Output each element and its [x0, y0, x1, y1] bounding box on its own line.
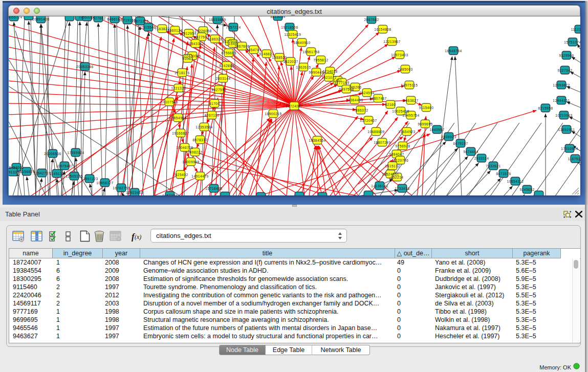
svg-text:18640910: 18640910	[293, 41, 310, 45]
svg-text:19166827: 19166827	[172, 132, 189, 135]
svg-text:19654985: 19654985	[169, 116, 186, 120]
svg-text:9756928: 9756928	[395, 144, 410, 148]
svg-text:2867608: 2867608	[234, 45, 249, 48]
svg-text:14914479: 14914479	[191, 174, 208, 178]
svg-text:1588520: 1588520	[272, 56, 287, 59]
svg-text:2087682: 2087682	[364, 18, 379, 21]
svg-text:1733436: 1733436	[395, 187, 409, 190]
svg-text:7625402: 7625402	[173, 173, 188, 177]
svg-text:12975115: 12975115	[401, 83, 418, 87]
svg-text:16154808: 16154808	[374, 28, 391, 31]
svg-text:12353584: 12353584	[195, 125, 212, 129]
svg-text:8453001: 8453001	[9, 166, 24, 169]
svg-text:8912954: 8912954	[181, 32, 196, 35]
svg-text:8242845: 8242845	[219, 64, 234, 68]
svg-text:12923443: 12923443	[126, 191, 143, 194]
svg-text:18724007: 18724007	[286, 104, 302, 108]
svg-text:1640957: 1640957	[429, 128, 444, 132]
svg-text:12444151: 12444151	[553, 99, 570, 102]
svg-text:746266: 746266	[349, 85, 361, 89]
svg-text:23226058: 23226058	[194, 29, 211, 33]
svg-text:(x): (x)	[135, 233, 141, 240]
svg-text:7955812: 7955812	[313, 58, 328, 62]
svg-text:10046706: 10046706	[176, 146, 193, 149]
svg-text:16548784: 16548784	[445, 49, 462, 53]
svg-text:7515546: 7515546	[141, 26, 156, 29]
svg-text:2933114: 2933114	[474, 157, 489, 160]
svg-text:20891406: 20891406	[32, 17, 49, 21]
svg-text:16033809: 16033809	[209, 18, 226, 21]
svg-text:16782759: 16782759	[113, 186, 129, 190]
svg-text:19218506: 19218506	[281, 26, 298, 29]
svg-text:10654112: 10654112	[507, 180, 524, 183]
svg-text:8427552: 8427552	[211, 88, 226, 92]
svg-text:7886372: 7886372	[353, 108, 368, 112]
svg-text:12213967: 12213967	[383, 40, 400, 43]
svg-text:12942737: 12942737	[33, 171, 50, 175]
svg-text:9384047: 9384047	[389, 152, 404, 156]
svg-text:10543342: 10543342	[187, 42, 204, 46]
svg-text:252214: 252214	[390, 176, 403, 179]
svg-text:20206536: 20206536	[44, 152, 61, 156]
svg-text:9990448: 9990448	[309, 71, 323, 74]
svg-text:8186328: 8186328	[207, 37, 222, 41]
svg-text:14009948: 14009948	[182, 160, 199, 164]
svg-text:19495754: 19495754	[402, 114, 419, 117]
svg-text:6479197: 6479197	[453, 142, 468, 145]
svg-text:12505135: 12505135	[66, 174, 82, 178]
svg-text:10210043: 10210043	[555, 114, 572, 117]
svg-text:391331: 391331	[9, 170, 19, 174]
svg-text:19384554: 19384554	[309, 139, 325, 142]
svg-text:1615132: 1615132	[385, 164, 400, 168]
svg-text:17957223: 17957223	[81, 177, 98, 181]
svg-text:41700: 41700	[209, 102, 220, 105]
svg-text:11123145: 11123145	[571, 28, 580, 31]
svg-text:8578332: 8578332	[192, 138, 207, 142]
svg-text:17010504: 17010504	[561, 147, 578, 150]
svg-text:7857224: 7857224	[226, 26, 241, 29]
svg-text:9227342: 9227342	[557, 69, 572, 72]
svg-text:18807249: 18807249	[374, 141, 390, 144]
svg-text:7485003: 7485003	[398, 68, 412, 71]
svg-text:10973403: 10973403	[391, 53, 408, 57]
svg-text:8471676: 8471676	[496, 172, 511, 176]
svg-text:9115460: 9115460	[419, 106, 434, 110]
svg-text:10807487: 10807487	[369, 97, 386, 100]
svg-text:1145135: 1145135	[50, 172, 64, 176]
svg-text:15751074: 15751074	[564, 40, 580, 44]
svg-text:6734028: 6734028	[322, 70, 337, 73]
svg-text:11156829: 11156829	[18, 170, 35, 173]
svg-text:12093872: 12093872	[553, 83, 570, 87]
svg-text:1167531: 1167531	[568, 157, 580, 161]
svg-text:1822037: 1822037	[283, 60, 298, 63]
svg-text:11325419: 11325419	[285, 33, 301, 36]
svg-text:1527602: 1527602	[91, 16, 105, 20]
svg-text:8454749: 8454749	[246, 48, 261, 52]
svg-text:6756685: 6756685	[221, 51, 236, 55]
svg-text:2803144: 2803144	[215, 77, 230, 80]
svg-text:9146821: 9146821	[259, 52, 274, 56]
svg-text:1362615: 1362615	[296, 65, 311, 69]
svg-text:9329966: 9329966	[559, 54, 574, 57]
svg-text:8813054: 8813054	[270, 16, 285, 18]
svg-text:8215958: 8215958	[538, 106, 553, 110]
svg-text:3624554: 3624554	[359, 91, 374, 95]
svg-text:9245652: 9245652	[519, 188, 534, 191]
svg-text:20053346: 20053346	[76, 65, 93, 69]
svg-text:20364436: 20364436	[346, 98, 363, 102]
svg-text:16961758: 16961758	[302, 50, 319, 54]
svg-text:10975487: 10975487	[56, 164, 73, 168]
svg-text:8938923: 8938923	[441, 135, 456, 139]
svg-text:16671355: 16671355	[132, 19, 148, 23]
svg-text:18900215: 18900215	[265, 112, 281, 116]
svg-text:15716485: 15716485	[205, 187, 222, 190]
svg-text:14055724: 14055724	[9, 16, 23, 19]
svg-text:9777169: 9777169	[334, 81, 349, 84]
svg-text:9457791: 9457791	[162, 194, 177, 196]
svg-text:10025438: 10025438	[392, 110, 409, 113]
svg-text:9699695: 9699695	[418, 122, 432, 126]
svg-text:17359924: 17359924	[67, 151, 84, 155]
svg-text:2718176: 2718176	[175, 71, 189, 75]
svg-text:1221336: 1221336	[171, 86, 186, 90]
svg-text:9827503: 9827503	[194, 35, 209, 39]
